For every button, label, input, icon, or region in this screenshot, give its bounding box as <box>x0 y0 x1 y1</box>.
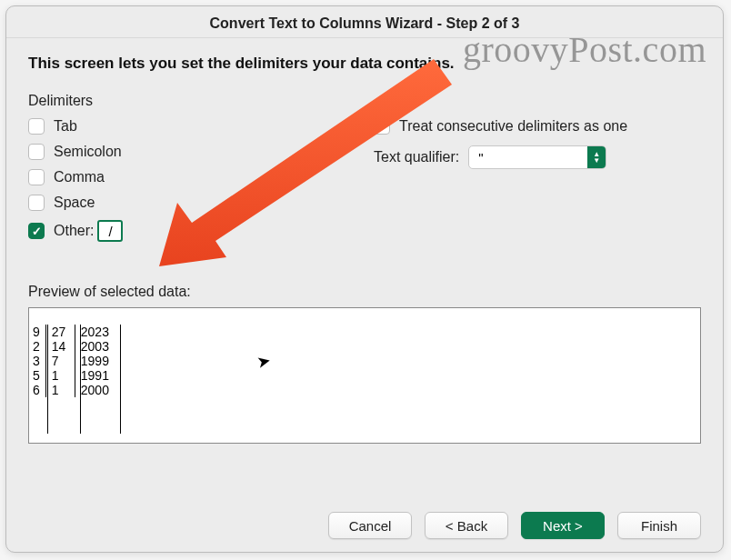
table-cell: 9 <box>29 325 45 339</box>
table-cell: 2 <box>29 339 45 354</box>
delimiter-other-checkbox[interactable] <box>28 223 45 239</box>
preview-label: Preview of selected data: <box>28 284 701 300</box>
delimiter-semicolon-checkbox[interactable] <box>28 144 45 160</box>
back-button[interactable]: < Back <box>425 512 508 539</box>
window-title: Convert Text to Columns Wizard - Step 2 … <box>6 6 723 38</box>
treat-consecutive-row[interactable]: Treat consecutive delimiters as one <box>374 118 701 135</box>
table-cell: 7 <box>45 354 75 368</box>
preview-table: 92720232142003371999511991612000 <box>29 325 115 397</box>
table-row: 371999 <box>29 354 115 368</box>
delimiter-tab-label: Tab <box>54 118 77 135</box>
text-qualifier-label: Text qualifier: <box>374 149 459 165</box>
delimiter-semicolon-label: Semicolon <box>54 144 122 160</box>
delimiter-tab-checkbox[interactable] <box>28 118 45 135</box>
table-cell: 3 <box>29 354 45 368</box>
table-row: 612000 <box>29 383 115 397</box>
dialog-content: This screen lets you set the delimiters … <box>6 38 723 458</box>
delimiter-space-checkbox[interactable] <box>28 195 45 211</box>
table-cell: 27 <box>45 325 75 339</box>
button-row: Cancel < Back Next > Finish <box>328 512 701 539</box>
table-cell: 6 <box>29 383 45 397</box>
text-qualifier-select[interactable]: " ▲▼ <box>468 145 606 169</box>
treat-consecutive-label: Treat consecutive delimiters as one <box>399 118 627 135</box>
delimiter-other-label: Other: <box>54 223 94 239</box>
delimiter-other-input[interactable] <box>97 220 123 242</box>
table-row: 2142003 <box>29 339 115 354</box>
delimiter-other-row[interactable]: Other: <box>28 220 337 242</box>
delimiter-space-row[interactable]: Space <box>28 195 337 211</box>
table-cell: 5 <box>29 368 45 383</box>
delimiter-comma-checkbox[interactable] <box>28 169 45 185</box>
cancel-button[interactable]: Cancel <box>328 512 412 539</box>
delimiter-comma-label: Comma <box>54 169 105 185</box>
table-row: 511991 <box>29 368 115 383</box>
treat-consecutive-checkbox[interactable] <box>374 118 390 135</box>
preview-box: 92720232142003371999511991612000 <box>28 307 701 444</box>
delimiter-semicolon-row[interactable]: Semicolon <box>28 144 337 160</box>
next-button[interactable]: Next > <box>521 512 605 539</box>
delimiter-tab-row[interactable]: Tab <box>28 118 337 135</box>
updown-icon: ▲▼ <box>587 146 606 168</box>
delimiters-heading: Delimiters <box>28 93 337 109</box>
delimiter-comma-row[interactable]: Comma <box>28 169 337 185</box>
text-qualifier-value: " <box>469 146 587 168</box>
table-row: 9272023 <box>29 325 115 339</box>
table-cell: 1 <box>45 383 75 397</box>
instruction-text: This screen lets you set the delimiters … <box>28 55 701 73</box>
table-cell: 1 <box>45 368 75 383</box>
table-cell: 14 <box>45 339 75 354</box>
finish-button[interactable]: Finish <box>617 512 701 539</box>
wizard-dialog: Convert Text to Columns Wizard - Step 2 … <box>5 5 724 553</box>
delimiter-space-label: Space <box>54 195 95 211</box>
